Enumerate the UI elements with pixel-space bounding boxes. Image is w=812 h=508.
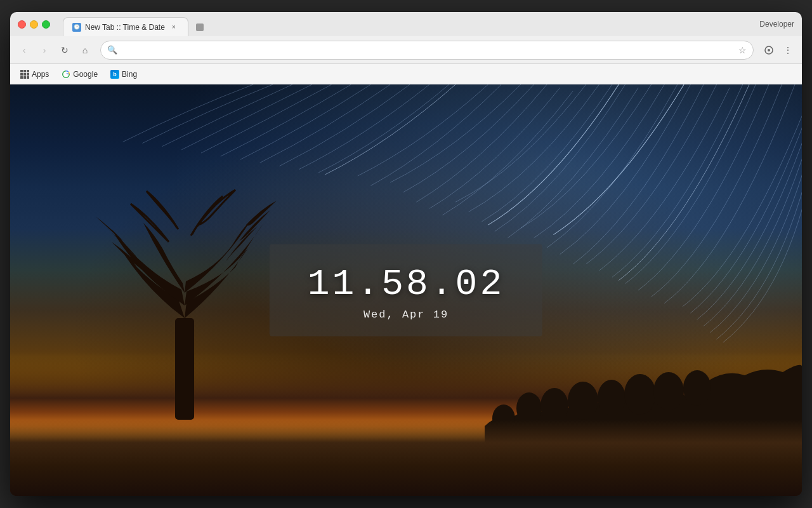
google-label: Google [73,70,98,79]
close-button[interactable] [18,20,26,29]
svg-point-9 [598,380,625,415]
tab-favicon: 🕐 [72,23,81,32]
svg-rect-4 [175,318,194,420]
bookmark-star-icon[interactable]: ☆ [738,45,747,55]
svg-point-12 [683,370,711,406]
active-tab[interactable]: 🕐 New Tab :: Time & Date × [63,17,188,36]
tabs-area: 🕐 New Tab :: Time & Date × [63,12,794,36]
reload-button[interactable]: ↻ [56,41,74,59]
svg-rect-0 [196,23,204,31]
apps-bookmark[interactable]: Apps [15,68,54,81]
clock-date: Wed, Apr 19 [308,309,504,321]
minimize-button[interactable] [30,20,38,29]
traffic-lights [18,20,50,29]
back-button[interactable]: ‹ [15,41,33,59]
forward-button[interactable]: › [36,41,53,59]
bing-label: Bing [122,70,137,79]
svg-point-10 [624,374,656,415]
new-tab-button[interactable] [191,18,209,36]
tab-close-button[interactable]: × [169,22,179,32]
address-input[interactable] [120,45,736,55]
menu-button[interactable]: ⋮ [779,41,797,59]
developer-label: Developer [759,20,794,29]
google-bookmark[interactable]: Google [56,68,103,81]
ground [10,420,802,496]
title-bar: 🕐 New Tab :: Time & Date × Developer [10,12,802,36]
apps-label: Apps [32,70,49,79]
extensions-button[interactable] [760,41,778,59]
toolbar-right: ⋮ [760,41,797,59]
page-content: 11.58.02 Wed, Apr 19 [10,84,802,496]
svg-point-2 [768,49,770,51]
svg-point-7 [540,388,568,424]
bookmarks-bar: Apps Google b Bing [10,64,802,84]
address-bar[interactable]: 🔍 ☆ [100,41,754,60]
bing-bookmark[interactable]: b Bing [105,68,142,81]
google-favicon [62,70,70,79]
maximize-button[interactable] [42,20,50,29]
svg-point-8 [568,382,598,420]
clock-widget: 11.58.02 Wed, Apr 19 [270,244,542,337]
tab-title: New Tab :: Time & Date [85,23,165,32]
clock-time: 11.58.02 [308,264,504,305]
bing-favicon: b [110,70,119,79]
apps-grid-icon [20,70,29,79]
home-button[interactable]: ⌂ [76,41,94,59]
search-icon: 🔍 [107,45,117,55]
svg-point-11 [653,372,684,410]
browser-window: 🕐 New Tab :: Time & Date × Developer ‹ ›… [10,12,802,496]
toolbar: ‹ › ↻ ⌂ 🔍 ☆ ⋮ [10,36,802,64]
